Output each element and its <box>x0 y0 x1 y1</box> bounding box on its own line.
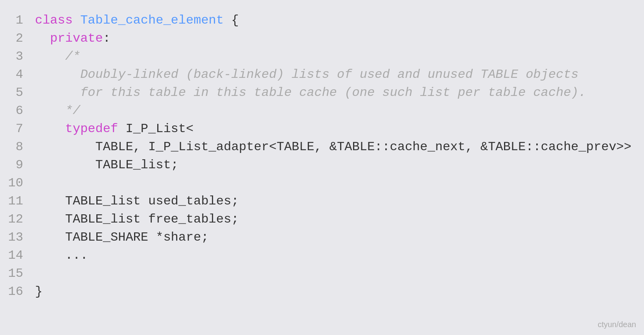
line-number: 6 <box>8 102 35 120</box>
code-token: /* <box>35 49 80 64</box>
line-content <box>35 175 636 193</box>
code-line: 9 TABLE_list; <box>8 156 636 175</box>
code-token <box>35 31 50 46</box>
line-number: 13 <box>8 229 35 247</box>
code-token: for this table in this table cache (one … <box>35 85 586 100</box>
code-token: } <box>35 284 42 299</box>
code-token <box>35 121 65 136</box>
code-line: 7 typedef I_P_List< <box>8 120 636 138</box>
code-token: TABLE, I_P_List_adapter<TABLE, &TABLE::c… <box>35 140 631 154</box>
line-content: /* <box>35 48 636 66</box>
code-token: Doubly-linked (back-linked) lists of use… <box>35 67 579 82</box>
line-number: 8 <box>8 138 35 156</box>
code-token: private <box>50 31 103 46</box>
line-number: 7 <box>8 120 35 138</box>
code-viewer: 1class Table_cache_element {2 private:3 … <box>0 0 644 335</box>
code-line: 12 TABLE_list free_tables; <box>8 211 636 229</box>
line-number: 2 <box>8 30 35 48</box>
code-token: TABLE_list; <box>35 158 178 172</box>
line-number: 10 <box>8 175 35 193</box>
code-line: 5 for this table in this table cache (on… <box>8 84 636 102</box>
code-token: class <box>35 13 80 28</box>
code-line: 3 /* <box>8 48 636 66</box>
line-content: for this table in this table cache (one … <box>35 84 636 102</box>
code-token: : <box>103 31 110 46</box>
code-line: 2 private: <box>8 30 636 48</box>
code-line: 1class Table_cache_element { <box>8 12 636 30</box>
code-token: TABLE_list free_tables; <box>35 212 239 226</box>
code-token: Table_cache_element <box>80 13 224 28</box>
code-line: 6 */ <box>8 102 636 120</box>
line-content: } <box>35 283 636 301</box>
code-line: 14 ... <box>8 247 636 265</box>
code-line: 11 TABLE_list used_tables; <box>8 193 636 211</box>
code-token: typedef <box>65 121 118 136</box>
line-content: TABLE_SHARE *share; <box>35 229 636 247</box>
line-number: 12 <box>8 211 35 229</box>
code-token: { <box>224 13 239 28</box>
code-line: 13 TABLE_SHARE *share; <box>8 229 636 247</box>
code-token: TABLE_list used_tables; <box>35 194 239 208</box>
line-number: 15 <box>8 265 35 283</box>
line-number: 3 <box>8 48 35 66</box>
code-token: */ <box>35 103 80 118</box>
line-number: 14 <box>8 247 35 265</box>
code-token: ... <box>35 248 88 263</box>
line-content: class Table_cache_element { <box>35 12 636 30</box>
code-token: TABLE_SHARE *share; <box>35 230 209 245</box>
code-table: 1class Table_cache_element {2 private:3 … <box>8 12 636 301</box>
line-content: TABLE_list used_tables; <box>35 193 636 211</box>
line-number: 4 <box>8 66 35 84</box>
code-line: 10 <box>8 175 636 193</box>
line-number: 11 <box>8 193 35 211</box>
line-content: TABLE, I_P_List_adapter<TABLE, &TABLE::c… <box>35 138 636 156</box>
line-number: 9 <box>8 156 35 175</box>
code-line: 4 Doubly-linked (back-linked) lists of u… <box>8 66 636 84</box>
line-content: private: <box>35 30 636 48</box>
line-content: ... <box>35 247 636 265</box>
code-line: 8 TABLE, I_P_List_adapter<TABLE, &TABLE:… <box>8 138 636 156</box>
code-token: I_P_List< <box>118 121 193 136</box>
line-content: Doubly-linked (back-linked) lists of use… <box>35 66 636 84</box>
line-content: typedef I_P_List< <box>35 120 636 138</box>
watermark: ctyun/dean <box>598 320 636 329</box>
line-content: TABLE_list free_tables; <box>35 211 636 229</box>
line-number: 5 <box>8 84 35 102</box>
code-line: 15 <box>8 265 636 283</box>
line-content <box>35 265 636 283</box>
line-number: 16 <box>8 283 35 301</box>
line-content: TABLE_list; <box>35 156 636 175</box>
line-content: */ <box>35 102 636 120</box>
code-line: 16} <box>8 283 636 301</box>
line-number: 1 <box>8 12 35 30</box>
